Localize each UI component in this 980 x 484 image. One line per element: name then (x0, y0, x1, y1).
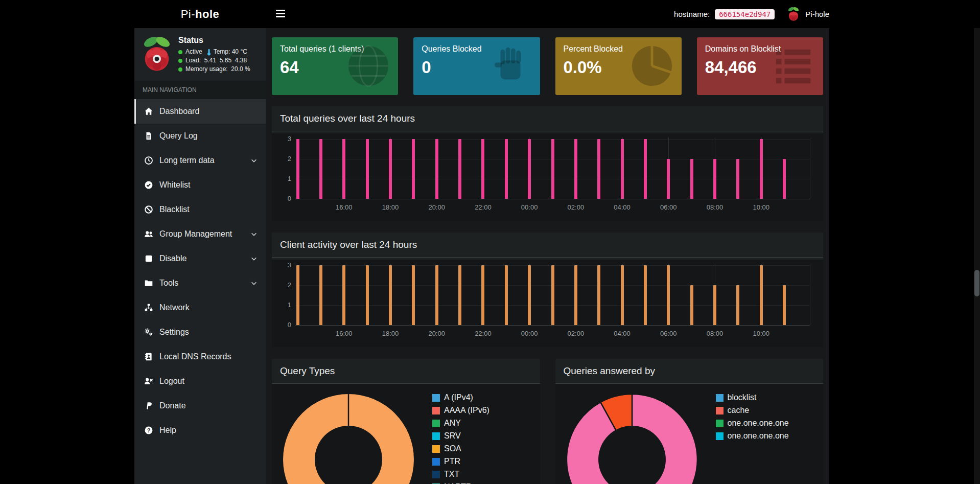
sidebar-item-dashboard[interactable]: Dashboard (134, 99, 266, 124)
y-tick-label: 2 (280, 281, 291, 289)
x-tick-label: 22:00 (470, 203, 496, 211)
sidebar-item-tools[interactable]: Tools (134, 271, 266, 295)
bar[interactable] (783, 285, 786, 325)
queries-answered-donut-chart[interactable] (561, 388, 704, 484)
x-tick-label: 08:00 (702, 330, 728, 337)
bar[interactable] (736, 285, 739, 325)
bar[interactable] (667, 265, 670, 325)
bar[interactable] (783, 159, 786, 199)
scrollbar-thumb[interactable] (974, 270, 979, 296)
bar[interactable] (528, 265, 531, 325)
sidebar-item-group-management[interactable]: Group Management (134, 222, 266, 246)
legend-swatch (716, 420, 724, 427)
sidebar-item-query-log[interactable]: Query Log (134, 124, 266, 148)
bar[interactable] (574, 265, 577, 325)
legend-item[interactable]: one.one.one.one (716, 431, 789, 441)
bar[interactable] (319, 139, 322, 199)
sidebar-item-whitelist[interactable]: Whitelist (134, 173, 266, 197)
bar[interactable] (342, 139, 345, 199)
bar[interactable] (713, 159, 716, 199)
bar[interactable] (621, 139, 624, 199)
legend-item[interactable]: A (IPv4) (432, 393, 489, 402)
bar[interactable] (296, 139, 299, 199)
sidebar-item-label: Blacklist (159, 205, 258, 214)
bar[interactable] (412, 265, 415, 325)
sidebar-item-settings[interactable]: Settings (134, 320, 266, 344)
bar[interactable] (458, 265, 461, 325)
bar[interactable] (435, 139, 438, 199)
bar[interactable] (597, 139, 600, 199)
x-tick-label: 10:00 (748, 203, 775, 211)
bar[interactable] (760, 139, 763, 199)
bar[interactable] (690, 159, 693, 199)
sidebar-item-logout[interactable]: Logout (134, 369, 266, 394)
sidebar-toggle-button[interactable] (275, 9, 286, 19)
bar[interactable] (319, 265, 322, 325)
bar[interactable] (713, 285, 716, 325)
legend-item[interactable]: one.one.one.one (716, 419, 789, 428)
query-types-donut-chart[interactable] (277, 388, 420, 484)
bar[interactable] (736, 159, 739, 199)
client-activity-chart[interactable]: 012316:0018:0020:0022:0000:0002:0004:000… (280, 260, 815, 341)
bar[interactable] (551, 139, 554, 199)
bar[interactable] (366, 139, 369, 199)
x-tick-label: 00:00 (516, 203, 543, 211)
bar[interactable] (574, 139, 577, 199)
legend-label: ANY (444, 419, 461, 428)
scrollbar-track[interactable] (974, 0, 980, 484)
bar[interactable] (690, 285, 693, 325)
sidebar-item-help[interactable]: ?Help (134, 418, 266, 443)
bar[interactable] (435, 265, 438, 325)
legend-item[interactable]: SRV (432, 431, 489, 441)
bar[interactable] (505, 265, 508, 325)
bar[interactable] (621, 265, 624, 325)
x-tick-label: 20:00 (424, 203, 450, 211)
legend-item[interactable]: TXT (432, 470, 489, 479)
bar[interactable] (644, 139, 647, 199)
legend-item[interactable]: AAAA (IPv6) (432, 406, 489, 415)
bar[interactable] (667, 159, 670, 199)
bar[interactable] (528, 139, 531, 199)
total-queries-chart[interactable]: 012316:0018:0020:0022:0000:0002:0004:000… (280, 133, 815, 215)
bar[interactable] (644, 265, 647, 325)
address-book-icon (144, 352, 153, 361)
legend-item[interactable]: ANY (432, 419, 489, 428)
legend-item[interactable]: PTR (432, 457, 489, 466)
bar[interactable] (760, 265, 763, 325)
brand-logo[interactable]: Pi-hole (134, 0, 266, 28)
hostname-badge: 666154e2d947 (715, 9, 775, 19)
raspberry-icon (787, 6, 800, 22)
sidebar-item-disable[interactable]: Disable (134, 246, 266, 271)
legend-item[interactable]: SOA (432, 444, 489, 453)
bar[interactable] (597, 265, 600, 325)
sidebar-item-donate[interactable]: Donate (134, 394, 266, 418)
bar[interactable] (389, 265, 392, 325)
x-tick-label: 10:00 (748, 330, 775, 337)
sidebar-item-local-dns-records[interactable]: Local DNS Records (134, 344, 266, 369)
bar[interactable] (458, 139, 461, 199)
bar[interactable] (342, 265, 345, 325)
status-ok-dot (178, 59, 182, 63)
legend-item[interactable]: blocklist (716, 393, 789, 402)
bar[interactable] (481, 139, 484, 199)
y-tick-label: 3 (280, 261, 291, 269)
sidebar-item-label: Help (159, 426, 258, 435)
bar[interactable] (296, 265, 299, 325)
queries-answered-legend: blocklistcacheone.one.one.oneone.one.one… (716, 393, 789, 444)
bar[interactable] (366, 265, 369, 325)
legend-swatch (432, 458, 440, 466)
legend-label: one.one.one.one (728, 419, 789, 428)
status-temp-value: Temp: 40 °C (214, 48, 247, 56)
bar[interactable] (505, 139, 508, 199)
sidebar-item-blacklist[interactable]: Blacklist (134, 197, 266, 222)
gears-icon (144, 328, 153, 337)
bar[interactable] (551, 265, 554, 325)
bar[interactable] (481, 265, 484, 325)
sidebar-item-long-term-data[interactable]: Long term data (134, 148, 266, 173)
sidebar-item-network[interactable]: Network (134, 295, 266, 320)
sidebar-item-label: Donate (159, 401, 258, 410)
status-line-memory: Memory usage: 20.0 % (178, 65, 250, 74)
bar[interactable] (412, 139, 415, 199)
bar[interactable] (389, 139, 392, 199)
legend-item[interactable]: cache (716, 406, 789, 415)
